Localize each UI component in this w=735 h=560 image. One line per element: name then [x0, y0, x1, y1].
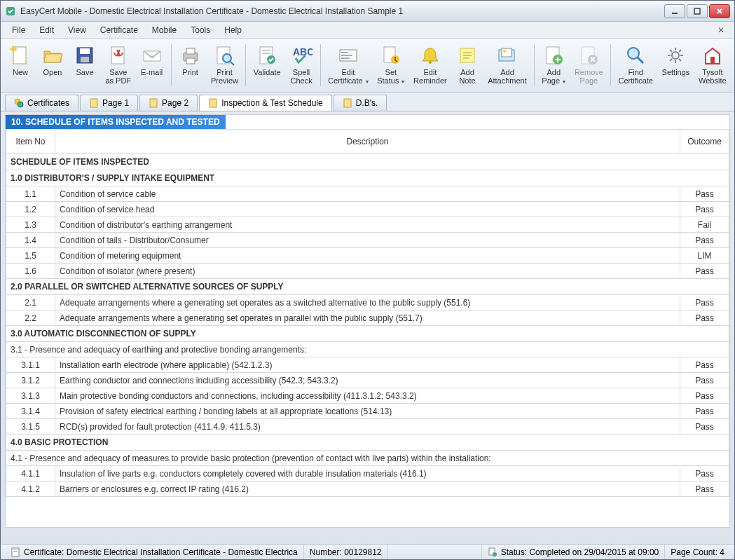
menu-edit[interactable]: Edit — [32, 23, 61, 37]
toolbar-validate-button[interactable]: Validate — [249, 41, 284, 89]
col-description[interactable]: Description — [55, 130, 680, 154]
outcome-cell[interactable]: Pass — [680, 388, 729, 404]
svg-rect-41 — [344, 99, 351, 107]
table-row[interactable]: 3.0 AUTOMATIC DISCONNECTION OF SUPPLY — [6, 326, 729, 342]
toolbar-label: AddAttachment — [488, 68, 527, 85]
open-icon — [41, 44, 64, 67]
website-icon — [701, 44, 724, 67]
toolbar-editcert-button[interactable]: EditCertificate ▾ — [324, 41, 372, 89]
tab-page1[interactable]: Page 1 — [80, 95, 138, 111]
outcome-cell[interactable]: LIM — [680, 248, 729, 264]
titlebar: EasyCert Mobile - Domestic Electrical In… — [1, 1, 734, 22]
table-row[interactable]: 4.0 BASIC PROTECTION — [6, 435, 729, 451]
table-row[interactable]: 3.1.1Installation earth electrode (where… — [6, 357, 729, 373]
table-row[interactable]: 4.1.1Insulation of live parts e.g. condu… — [6, 466, 729, 482]
col-outcome[interactable]: Outcome — [680, 130, 729, 154]
section-header-cell: 2.0 PARALLEL OR SWITCHED ALTERNATIVE SOU… — [6, 279, 729, 295]
findcert-icon — [624, 44, 647, 67]
tab-inspect[interactable]: Inspection & Test Schedule — [199, 95, 332, 111]
table-row[interactable]: 3.1.5RCD(s) provided for fault protectio… — [6, 419, 729, 435]
status-pages-text: Page Count: 4 — [671, 547, 724, 557]
toolbar-addattach-button[interactable]: AddAttachment — [484, 41, 530, 89]
menu-mobile[interactable]: Mobile — [145, 23, 184, 37]
outcome-cell[interactable]: Pass — [680, 202, 729, 217]
table-row[interactable]: 3.1.3Main protective bonding conductors … — [6, 388, 729, 404]
outcome-cell[interactable]: Pass — [680, 233, 729, 248]
toolbar-spell-button[interactable]: ABCSpellCheck — [286, 41, 317, 89]
menu-tools[interactable]: Tools — [184, 23, 217, 37]
menu-certificate[interactable]: Certificate — [93, 23, 145, 37]
toolbar-open-button[interactable]: Open — [37, 41, 68, 89]
table-row[interactable]: 3.1 - Presence and adequacy of earthing … — [6, 342, 729, 357]
table-row[interactable]: 1.0 DISTRIBUTOR'S / SUPPLY INTAKE EQUIPM… — [6, 170, 729, 186]
outcome-cell[interactable]: Pass — [680, 404, 729, 419]
toolbar-preview-button[interactable]: PrintPreview — [207, 41, 242, 89]
outcome-cell[interactable]: Pass — [680, 357, 729, 373]
svg-point-34 — [672, 52, 679, 59]
table-row[interactable]: 4.1 - Presence and adequacy of measures … — [6, 451, 729, 466]
table-row[interactable]: 2.0 PARALLEL OR SWITCHED ALTERNATIVE SOU… — [6, 279, 729, 295]
savepdf-icon — [107, 44, 130, 67]
table-row[interactable]: 1.6Condition of isolator (where present)… — [6, 264, 729, 279]
outcome-cell[interactable]: Pass — [680, 295, 729, 310]
toolbar-email-button[interactable]: E-mail — [137, 41, 167, 89]
maximize-icon — [694, 8, 701, 15]
table-row[interactable]: 4.1.2Barriers or enclosures e.g. correct… — [6, 482, 729, 497]
menu-view[interactable]: View — [61, 23, 93, 37]
outcome-cell[interactable]: Pass — [680, 186, 729, 202]
table-row[interactable]: 3.1.2Earthing conductor and connections … — [6, 373, 729, 388]
toolbar-reminder-button[interactable]: EditReminder — [410, 41, 451, 89]
preview-icon — [213, 44, 235, 67]
email-icon — [141, 44, 163, 67]
svg-rect-19 — [341, 52, 348, 53]
outcome-cell[interactable]: Pass — [680, 373, 729, 388]
toolbar-new-button[interactable]: New — [5, 41, 36, 89]
table-row[interactable]: 3.1.4Provision of safety electrical eart… — [6, 404, 729, 419]
item-no-cell: 3.1.4 — [6, 404, 55, 419]
menubar-close-button[interactable]: ✕ — [712, 25, 730, 35]
toolbar-print-button[interactable]: Print — [175, 41, 206, 89]
close-button[interactable] — [709, 4, 730, 18]
toolbar-website-button[interactable]: TysoftWebsite — [695, 41, 730, 89]
toolbar-addpage-button[interactable]: AddPage ▾ — [538, 41, 570, 89]
toolbar-label: Saveas PDF — [105, 68, 131, 85]
toolbar-addnote-button[interactable]: AddNote — [452, 41, 483, 89]
table-scroll[interactable]: Item No Description Outcome SCHEDULE OF … — [6, 129, 729, 523]
statusbar: Certificate: Domestic Electrical Install… — [1, 544, 734, 559]
menu-help[interactable]: Help — [217, 23, 249, 37]
outcome-cell[interactable]: Pass — [680, 466, 729, 482]
table-row[interactable]: 1.2Condition of service headPass — [6, 202, 729, 217]
maximize-button[interactable] — [687, 4, 708, 18]
toolbar-setstatus-button[interactable]: SetStatus ▾ — [373, 41, 408, 89]
toolbar-label: Save — [76, 68, 93, 76]
outcome-cell[interactable]: Fail — [680, 217, 729, 233]
description-cell: Earthing conductor and connections inclu… — [55, 373, 680, 388]
table-row[interactable]: SCHEDULE OF ITEMS INSPECTED — [6, 154, 729, 170]
minimize-button[interactable] — [664, 4, 685, 18]
tab-certs[interactable]: Certificates — [5, 95, 78, 111]
table-row[interactable]: 1.1Condition of service cablePass — [6, 186, 729, 202]
toolbar-savepdf-button[interactable]: Saveas PDF — [102, 41, 135, 89]
status-spacer — [388, 545, 482, 559]
table-row[interactable]: 1.4Condition of tails - Distributor/Cons… — [6, 233, 729, 248]
item-no-cell: 1.4 — [6, 233, 55, 248]
outcome-cell[interactable]: Pass — [680, 419, 729, 435]
toolbar-findcert-button[interactable]: FindCertificate — [614, 41, 657, 89]
table-row[interactable]: 1.3Condition of distributor's earthing a… — [6, 217, 729, 233]
table-row[interactable]: 2.1Adequate arrangements where a generat… — [6, 295, 729, 310]
description-cell: Adequate arrangements where a generating… — [55, 295, 680, 310]
table-row[interactable]: 2.2Adequate arrangements where a generat… — [6, 310, 729, 326]
col-item-no[interactable]: Item No — [6, 130, 55, 154]
description-cell: Provision of safety electrical earthing … — [55, 404, 680, 419]
toolbar-save-button[interactable]: Save — [69, 41, 100, 89]
tab-dbs[interactable]: D.B's. — [334, 95, 387, 111]
table-row[interactable]: 1.5Condition of metering equipmentLIM — [6, 248, 729, 264]
tab-page2[interactable]: Page 2 — [139, 95, 198, 111]
outcome-cell[interactable]: Pass — [680, 310, 729, 326]
menu-file[interactable]: File — [5, 23, 32, 37]
toolbar-settings-button[interactable]: Settings — [658, 41, 694, 89]
outcome-cell[interactable]: Pass — [680, 264, 729, 279]
description-cell: Condition of isolator (where present) — [55, 264, 680, 279]
outcome-cell[interactable]: Pass — [680, 482, 729, 497]
menubar: File Edit View Certificate Mobile Tools … — [1, 22, 734, 39]
